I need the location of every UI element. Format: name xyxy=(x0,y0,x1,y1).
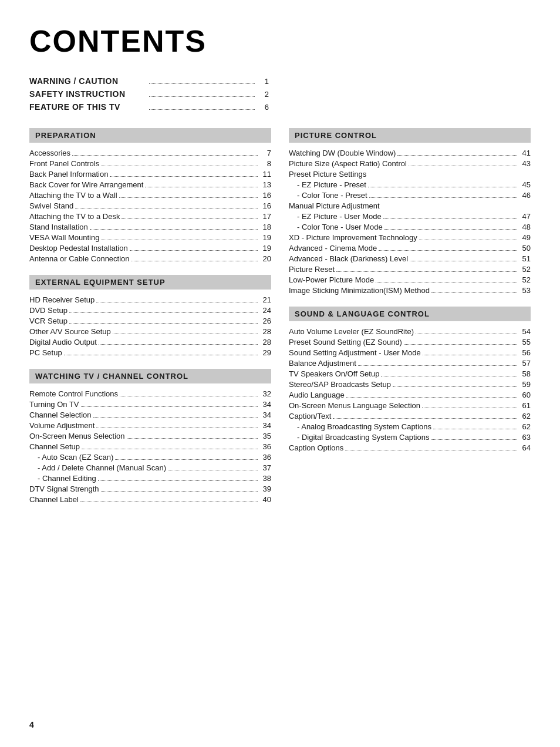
dot-leader xyxy=(113,334,258,334)
section-header: EXTERNAL EQUIPMENT SETUP xyxy=(29,275,271,290)
toc-label: Advanced - Black (Darkness) Level xyxy=(289,254,408,263)
toc-page: 36 xyxy=(259,442,271,451)
toc-item: - Color Tone - User Mode48 xyxy=(289,223,531,231)
dot-leader xyxy=(110,176,258,177)
toc-page: 52 xyxy=(519,275,531,284)
toc-section: WATCHING TV / CHANNEL CONTROLRemote Cont… xyxy=(29,369,271,504)
toc-item: Antenna or Cable Connection20 xyxy=(29,254,271,263)
toc-item: Watching DW (Double Window)41 xyxy=(289,149,531,157)
toc-label: Swivel Stand xyxy=(29,201,73,210)
toc-label: Image Sticking Minimization(ISM) Method xyxy=(289,286,430,295)
dot-leader xyxy=(433,429,517,429)
dot-leader xyxy=(98,480,258,481)
toc-label: Advanced - Cinema Mode xyxy=(289,244,377,253)
toc-page: 52 xyxy=(519,265,531,274)
toc-item: Channel Selection34 xyxy=(29,410,271,419)
toc-page: 63 xyxy=(519,433,531,442)
top-link-page: 1 xyxy=(257,77,269,86)
toc-page: 7 xyxy=(259,149,271,157)
toc-page: 55 xyxy=(519,338,531,346)
dot-leader xyxy=(431,292,517,293)
dot-leader xyxy=(119,197,258,198)
toc-item: Remote Control Functions32 xyxy=(29,389,271,398)
toc-page: 37 xyxy=(259,463,271,472)
dot-leader xyxy=(115,459,258,460)
dot-leader xyxy=(345,450,517,450)
toc-page: 8 xyxy=(259,159,271,168)
toc-item: - Add / Delete Channel (Manual Scan)37 xyxy=(29,463,271,472)
toc-label: XD - Picture Improvement Technology xyxy=(289,233,417,242)
dot-leader xyxy=(423,355,517,355)
toc-item: DVD Setup24 xyxy=(29,306,271,315)
dot-leader xyxy=(80,502,258,502)
toc-item: Digital Audio Output28 xyxy=(29,338,271,346)
top-link-label: WARNING / CAUTION xyxy=(29,76,147,86)
top-link-item: WARNING / CAUTION 1 xyxy=(29,76,531,86)
toc-item: Other A/V Source Setup28 xyxy=(29,327,271,336)
toc-item: Attaching the TV to a Desk17 xyxy=(29,212,271,221)
toc-label: Attaching the TV to a Wall xyxy=(29,191,117,200)
toc-page: 50 xyxy=(519,244,531,253)
toc-page: 19 xyxy=(259,244,271,253)
toc-page: 20 xyxy=(259,254,271,263)
toc-item: Accessories7 xyxy=(29,149,271,157)
toc-label: Stereo/SAP Broadcasts Setup xyxy=(289,380,391,389)
dot-leader xyxy=(101,166,258,166)
toc-label: Picture Size (Aspect Ratio) Control xyxy=(289,159,407,168)
dot-leader xyxy=(431,439,517,440)
toc-page: 38 xyxy=(259,474,271,483)
toc-page: 29 xyxy=(259,348,271,357)
toc-item: Stand Installation18 xyxy=(29,223,271,231)
toc-item: Volume Adjustment34 xyxy=(29,421,271,430)
section-header: PICTURE CONTROL xyxy=(289,128,531,143)
toc-item: Caption/Text62 xyxy=(289,412,531,420)
toc-page: 43 xyxy=(519,159,531,168)
toc-label: Channel Label xyxy=(29,495,79,504)
toc-item: On-Screen Menus Selection35 xyxy=(29,432,271,440)
toc-label: On-Screen Menus Selection xyxy=(29,432,125,440)
toc-page: 64 xyxy=(519,443,531,452)
toc-page: 35 xyxy=(259,432,271,440)
top-links-section: WARNING / CAUTION 1 SAFETY INSTRUCTION 2… xyxy=(29,76,531,112)
toc-label: Antenna or Cable Connection xyxy=(29,254,130,263)
dot-leader xyxy=(101,240,258,240)
toc-item: Preset Sound Setting (EZ Sound)55 xyxy=(289,338,531,346)
toc-page: 51 xyxy=(519,254,531,263)
dot-leader xyxy=(149,96,255,97)
toc-label: Balance Adjustment xyxy=(289,359,356,368)
toc-label: PC Setup xyxy=(29,348,62,357)
toc-item: - Auto Scan (EZ Scan)36 xyxy=(29,453,271,462)
toc-page: 49 xyxy=(519,233,531,242)
dot-leader xyxy=(333,418,517,419)
toc-label: VESA Wall Mounting xyxy=(29,233,99,242)
dot-leader xyxy=(397,155,517,156)
toc-page: 62 xyxy=(519,412,531,420)
top-link-label: SAFETY INSTRUCTION xyxy=(29,89,147,99)
dot-leader xyxy=(81,406,258,407)
toc-page: 46 xyxy=(519,191,531,200)
toc-label: Volume Adjustment xyxy=(29,421,95,430)
toc-label: Channel Selection xyxy=(29,410,92,419)
toc-label: Preset Picture Settings xyxy=(289,170,366,179)
toc-section: EXTERNAL EQUIPMENT SETUPHD Receiver Setu… xyxy=(29,275,271,357)
toc-page: 59 xyxy=(519,380,531,389)
toc-page: 26 xyxy=(259,317,271,325)
toc-item: - Color Tone - Preset46 xyxy=(289,191,531,200)
toc-label: - Analog Broadcasting System Captions xyxy=(297,422,431,431)
page-title: CONTENTS xyxy=(29,23,531,59)
dot-leader xyxy=(145,187,258,187)
toc-label: Other A/V Source Setup xyxy=(29,327,111,336)
toc-item: TV Speakers On/Off Setup58 xyxy=(289,369,531,378)
toc-page: 62 xyxy=(519,422,531,431)
toc-page: 47 xyxy=(519,212,531,221)
toc-label: HD Receiver Setup xyxy=(29,295,95,304)
toc-item: - Analog Broadcasting System Captions62 xyxy=(289,422,531,431)
toc-page: 53 xyxy=(519,286,531,295)
dot-leader xyxy=(120,396,258,396)
right-column: PICTURE CONTROLWatching DW (Double Windo… xyxy=(289,128,531,516)
toc-label: VCR Setup xyxy=(29,317,68,325)
toc-label: Turning On TV xyxy=(29,400,79,409)
dot-leader xyxy=(379,250,517,251)
toc-page: 34 xyxy=(259,421,271,430)
dot-leader xyxy=(381,376,517,376)
